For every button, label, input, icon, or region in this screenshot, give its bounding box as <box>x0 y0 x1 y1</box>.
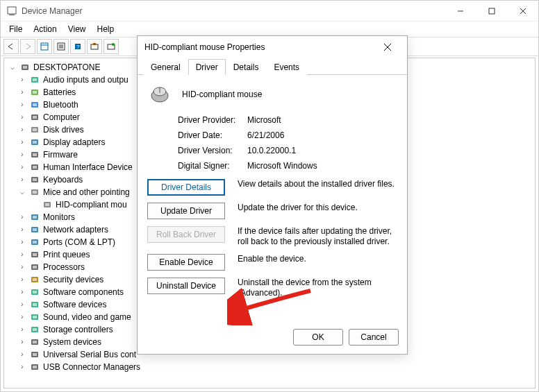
svg-rect-31 <box>33 141 37 144</box>
info-label: Driver Version: <box>178 146 247 155</box>
svg-rect-3 <box>489 8 495 14</box>
driver-details-button[interactable]: Driver Details <box>147 179 225 196</box>
chevron-icon[interactable]: › <box>18 123 26 136</box>
tree-item-label: Human Interface Device <box>43 161 133 173</box>
chevron-icon[interactable]: › <box>18 248 26 261</box>
properties-dialog: HID-compliant mouse Properties General D… <box>137 35 408 355</box>
system-icon <box>29 336 40 348</box>
svg-rect-29 <box>33 128 37 131</box>
chevron-icon[interactable]: › <box>18 261 26 273</box>
chevron-icon[interactable]: › <box>18 148 26 161</box>
chevron-icon[interactable]: › <box>18 86 26 99</box>
tree-item-label: Universal Serial Bus cont <box>43 348 136 361</box>
svg-rect-53 <box>33 278 37 281</box>
action-row: Roll Back Driver If the device fails aft… <box>147 226 397 247</box>
svg-rect-21 <box>33 78 37 81</box>
tree-root-label: DESKTOPATONE <box>33 61 100 74</box>
titlebar: Device Manager <box>1 1 538 22</box>
tree-item-label: Software devices <box>43 298 106 311</box>
mouse-icon <box>147 85 172 104</box>
window-title: Device Manager <box>22 6 445 16</box>
toolbar-icon-2[interactable] <box>53 39 69 54</box>
svg-rect-65 <box>33 353 37 356</box>
chevron-icon[interactable]: › <box>18 311 26 323</box>
svg-rect-55 <box>33 291 37 293</box>
chevron-icon[interactable]: › <box>18 161 26 173</box>
tree-item-label: HID-compliant mou <box>56 198 127 211</box>
tab-general[interactable]: General <box>143 59 188 75</box>
update-driver-button[interactable]: Update Driver <box>147 203 225 219</box>
tree-item-label: Disk drives <box>43 123 84 136</box>
close-button[interactable] <box>507 1 538 22</box>
action-description: Enable the device. <box>238 254 397 264</box>
svg-rect-45 <box>33 228 37 231</box>
svg-rect-57 <box>33 303 37 306</box>
chevron-icon[interactable]: › <box>18 99 26 111</box>
bluetooth-icon <box>29 99 40 110</box>
dialog-titlebar: HID-compliant mouse Properties <box>138 36 407 58</box>
chevron-icon[interactable]: › <box>18 236 26 248</box>
tree-item[interactable]: › USB Connector Managers <box>6 361 533 373</box>
forward-button[interactable] <box>20 39 35 54</box>
cancel-button[interactable]: Cancel <box>349 329 399 346</box>
swcomp-icon <box>29 287 40 298</box>
chevron-icon[interactable]: › <box>18 111 26 123</box>
chevron-icon[interactable]: › <box>18 74 26 86</box>
action-row: Uninstall Device Uninstall the device fr… <box>147 278 397 298</box>
ok-button[interactable]: OK <box>293 329 343 346</box>
menu-help[interactable]: Help <box>93 23 119 35</box>
uninstall-device-button[interactable]: Uninstall Device <box>147 278 225 294</box>
printer-icon <box>29 249 40 260</box>
chevron-icon[interactable]: › <box>18 323 26 336</box>
tab-driver[interactable]: Driver <box>188 59 226 75</box>
audio-icon <box>29 74 40 85</box>
toolbar-icon-4[interactable] <box>87 39 102 54</box>
chevron-icon[interactable]: › <box>18 361 26 373</box>
toolbar-icon-3[interactable]: ? <box>70 39 85 54</box>
action-description: View details about the installed driver … <box>238 179 397 189</box>
action-row: Enable Device Enable the device. <box>147 254 397 271</box>
svg-rect-49 <box>33 253 37 256</box>
action-description: Uninstall the device from the system (Ad… <box>238 278 397 298</box>
chevron-icon[interactable]: › <box>18 273 26 286</box>
tab-events[interactable]: Events <box>266 59 307 75</box>
tree-item-label: Ports (COM & LPT) <box>43 236 115 248</box>
tree-item-label: Processors <box>43 261 85 273</box>
svg-rect-14 <box>91 44 98 49</box>
svg-rect-47 <box>33 241 37 244</box>
chevron-down-icon[interactable]: ⌵ <box>8 61 17 74</box>
enable-device-button[interactable]: Enable Device <box>147 254 225 271</box>
minimize-button[interactable] <box>445 1 476 22</box>
chevron-icon[interactable]: › <box>18 336 26 348</box>
maximize-button[interactable] <box>476 1 507 22</box>
menu-file[interactable]: File <box>5 23 26 35</box>
chevron-icon[interactable]: › <box>18 298 26 311</box>
toolbar-icon-1[interactable] <box>37 39 52 54</box>
chevron-icon[interactable]: › <box>18 223 26 236</box>
back-button[interactable] <box>3 39 19 54</box>
tree-item-label: Software components <box>43 286 124 298</box>
disk-icon <box>29 124 40 135</box>
menu-view[interactable]: View <box>64 23 90 35</box>
chevron-icon[interactable]: ⌵ <box>18 186 26 198</box>
menubar: File Action View Help <box>1 22 538 37</box>
dialog-title: HID-compliant mouse Properties <box>144 42 375 52</box>
chevron-icon[interactable]: › <box>18 348 26 361</box>
svg-rect-0 <box>8 7 16 14</box>
chevron-icon[interactable]: › <box>18 173 26 186</box>
tree-item-label: Mice and other pointing <box>43 186 130 198</box>
info-row: Driver Version: 10.0.22000.1 <box>178 146 397 155</box>
info-row: Driver Date: 6/21/2006 <box>178 130 397 140</box>
svg-rect-19 <box>23 66 27 69</box>
toolbar-icon-5[interactable] <box>103 39 119 54</box>
menu-action[interactable]: Action <box>29 23 60 35</box>
swdev-icon <box>29 299 40 310</box>
info-value: Microsoft <box>247 115 281 125</box>
chevron-icon[interactable]: › <box>18 136 26 148</box>
tab-details[interactable]: Details <box>226 59 267 75</box>
tree-item-label: Storage controllers <box>43 323 113 336</box>
dialog-close-button[interactable] <box>375 37 400 57</box>
tree-item-label: Audio inputs and outpu <box>43 74 128 86</box>
chevron-icon[interactable]: › <box>18 211 26 223</box>
chevron-icon[interactable]: › <box>18 286 26 298</box>
